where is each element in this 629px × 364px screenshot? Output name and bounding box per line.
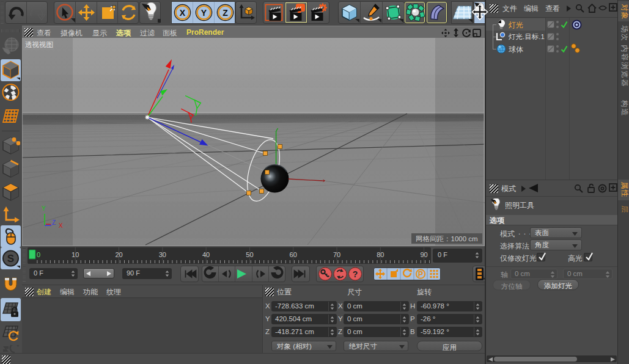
svg-text:30: 30 (159, 251, 166, 258)
svg-text:P: P (418, 270, 423, 278)
svg-text:透视视图: 透视视图 (25, 41, 53, 48)
svg-text:20: 20 (115, 251, 122, 258)
svg-text:S: S (7, 253, 14, 264)
svg-text:10: 10 (72, 251, 79, 258)
svg-text:70: 70 (333, 251, 340, 258)
svg-text:50: 50 (246, 251, 253, 258)
svg-text:90: 90 (420, 251, 427, 258)
svg-text:?: ? (353, 269, 358, 279)
svg-text:X: X (59, 222, 63, 229)
svg-text:Y: Y (42, 205, 46, 212)
svg-text:Z: Z (223, 8, 228, 18)
svg-text:Z: Z (52, 219, 56, 226)
svg-text:网格间距：1000 cm: 网格间距：1000 cm (416, 235, 478, 242)
svg-text:0: 0 (37, 251, 40, 258)
svg-text:80: 80 (377, 251, 384, 258)
svg-text:60: 60 (290, 251, 297, 258)
svg-text:40: 40 (202, 251, 210, 258)
svg-text:X: X (180, 8, 186, 18)
svg-text:Y: Y (201, 8, 207, 18)
